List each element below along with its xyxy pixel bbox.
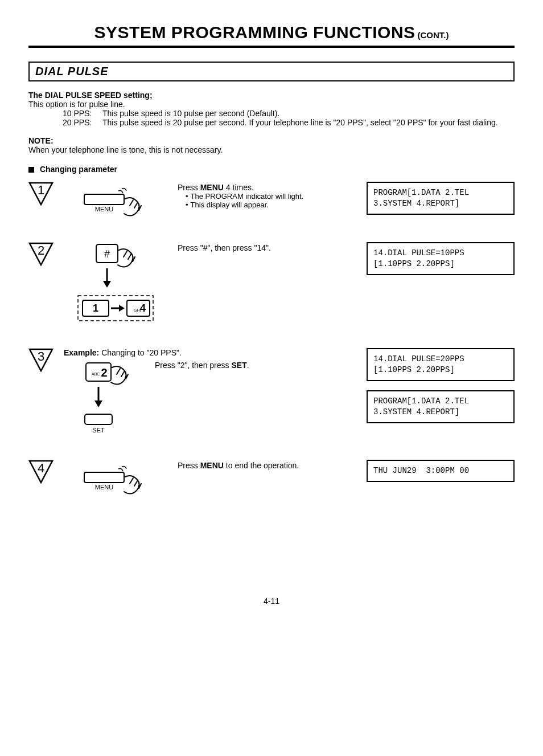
page-title: SYSTEM PROGRAMMING FUNCTIONS (CONT.) [28,23,515,42]
menu-key-press-icon: MENU [73,182,158,227]
step-2: 2 # 1 GHI 4 Press "#", then press [28,242,515,333]
step-3-example: Example: Changing to "20 PPS". [64,348,359,357]
svg-text:MENU: MENU [95,206,113,213]
note-block: NOTE: When your telephone line is tone, … [28,136,515,154]
page-title-cont: (CONT.) [417,30,449,40]
step-3-illustration: ABC 2 SET [61,359,147,445]
step-3-example-text: Changing to "20 PPS". [101,348,182,357]
page-title-main: SYSTEM PROGRAMMING FUNCTIONS [94,23,416,42]
svg-rect-22 [85,414,112,424]
svg-text:1: 1 [93,303,98,314]
setting-description: The DIAL PULSE SPEED setting; This optio… [28,91,515,127]
pps10-text: This pulse speed is 10 pulse per second … [102,109,279,118]
step-2-display: 14.DIAL PULSE=10PPS [1.10PPS 2.20PPS] [367,242,515,275]
step-4-num-text: 4 [38,461,44,475]
setting-heading: The DIAL PULSE SPEED setting; [28,91,515,100]
pps20-label: 20 PPS: [63,118,102,127]
step-3-display-2: PROGRAM[1.DATA 2.TEL 3.SYSTEM 4.REPORT] [367,390,515,423]
step-1-bullet-2: This display will appear. [186,201,359,209]
svg-text:4: 4 [140,303,146,314]
svg-text:#: # [104,248,110,260]
svg-text:ABC: ABC [92,372,100,376]
changing-heading-row: Changing parameter [28,165,515,174]
svg-text:SET: SET [92,427,105,434]
step-4-instr-bold: MENU [200,461,224,470]
svg-marker-12 [119,305,125,312]
pps10-label: 10 PPS: [63,109,102,118]
svg-text:2: 2 [101,366,107,379]
step-2-instruction: Press "#", then press "14". [178,242,359,252]
step-3-num-text: 3 [38,349,44,363]
step-1: 1 MENU Press MENU 4 times. The PROGRAM i… [28,182,515,227]
page-number: 4-11 [28,596,515,606]
note-heading: NOTE: [28,136,515,145]
changing-heading: Changing parameter [40,165,117,174]
step-4-instr-prefix: Press [178,461,200,470]
step-3: 3 Example: Changing to "20 PPS". ABC 2 [28,348,515,445]
step-2-num-text: 2 [38,243,44,258]
step-1-bullet-1: The PROGRAM indicator will light. [186,192,359,201]
step-3-display-1: 14.DIAL PULSE=20PPS [1.10PPS 2.20PPS] [367,348,515,381]
square-bullet-icon [28,167,34,173]
step-2-instr: Press "#", then press "14". [178,243,271,252]
pps10-row: 10 PPS: This pulse speed is 10 pulse per… [63,109,515,118]
step-4-instruction: Press MENU to end the operation. [178,460,359,470]
step-1-instr-prefix: Press [178,183,200,192]
step-1-illustration: MENU [61,182,170,227]
title-rule [28,46,515,48]
section-title: DIAL PULSE [35,65,109,77]
pps20-row: 20 PPS: This pulse speed is 20 pulse per… [63,118,515,127]
step-1-num-text: 1 [38,183,44,197]
step-1-display: PROGRAM[1.DATA 2.TEL 3.SYSTEM 4.REPORT] [367,182,515,215]
step-4: 4 MENU Press MENU to end the operation. … [28,460,515,505]
hash-then-14-icon: # 1 GHI 4 [70,242,161,333]
pps20-text: This pulse speed is 20 pulse per second.… [102,118,498,127]
svg-marker-7 [103,281,111,288]
svg-text:MENU: MENU [95,484,113,491]
step-1-instruction: Press MENU 4 times. The PROGRAM indicato… [178,182,359,209]
step-1-instr-bold: MENU [200,183,224,192]
step-3-number: 3 [28,348,54,372]
svg-rect-1 [84,194,124,205]
svg-rect-25 [84,472,124,483]
step-2-illustration: # 1 GHI 4 [61,242,170,333]
step-4-number: 4 [28,460,54,484]
setting-intro: This option is for pulse line. [28,100,515,109]
note-text: When your telephone line is tone, this i… [28,145,515,154]
step-3-instruction: Press "2", then press SET. [155,359,359,445]
menu-key-press-icon: MENU [73,460,158,505]
step-2-number: 2 [28,242,54,266]
step-3-instr-suffix: . [247,361,249,370]
step-1-instr-suffix: 4 times. [224,183,254,192]
step-4-instr-suffix: to end the operation. [224,461,299,470]
step-1-number: 1 [28,182,54,206]
step-4-display: THU JUN29 3:00PM 00 [367,460,515,482]
step-4-illustration: MENU [61,460,170,505]
svg-marker-21 [94,401,102,407]
key2-then-set-icon: ABC 2 SET [64,359,144,445]
step-3-instr-prefix: Press "2", then press [155,361,231,370]
step-3-example-bold: Example: [64,348,99,357]
step-3-instr-bold: SET [231,361,246,370]
section-header-box: DIAL PULSE [28,62,515,81]
